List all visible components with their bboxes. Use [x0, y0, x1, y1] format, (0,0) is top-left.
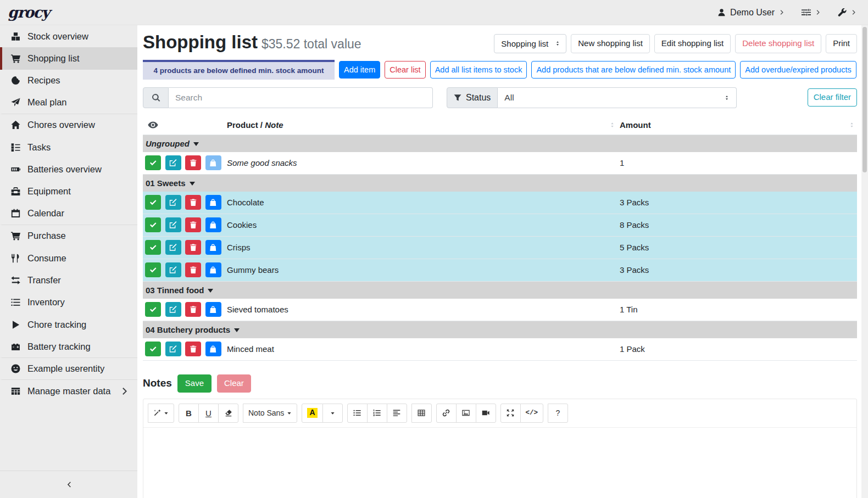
expand-icon: [507, 409, 514, 417]
sidebar-item-chores-overview[interactable]: Chores overview: [0, 114, 137, 136]
admin-menu[interactable]: [838, 8, 857, 17]
sidebar-item-inventory[interactable]: Inventory: [0, 292, 137, 314]
amount-column-header[interactable]: Amount: [620, 120, 651, 130]
magic-style-button[interactable]: [148, 404, 174, 423]
scrollbar[interactable]: [861, 25, 868, 498]
sidebar-item-equipment[interactable]: Equipment: [0, 181, 137, 203]
purchase-item-button[interactable]: [205, 217, 221, 232]
row-actions: [143, 240, 227, 255]
group-header-03-tinned-food[interactable]: 03 Tinned food: [143, 282, 857, 299]
purchase-item-button[interactable]: [205, 342, 221, 356]
add-item-button[interactable]: Add item: [339, 61, 380, 79]
edit-item-button[interactable]: [165, 195, 181, 210]
product-name: Crisps: [227, 243, 620, 252]
add-all-to-stock-button[interactable]: Add all list items to stock: [430, 61, 527, 79]
mark-done-button[interactable]: [145, 342, 161, 356]
sidebar-collapse-button[interactable]: [0, 471, 137, 498]
bold-button[interactable]: B: [179, 404, 199, 423]
list-ul-icon: [353, 409, 361, 417]
insert-link-button[interactable]: [436, 404, 457, 423]
scrollbar-thumb[interactable]: [863, 27, 867, 172]
sidebar-item-tasks[interactable]: Tasks: [0, 136, 137, 158]
user-menu[interactable]: Demo User: [717, 8, 785, 18]
status-filter-select[interactable]: All: [498, 87, 737, 108]
sidebar-item-batteries-overview[interactable]: Batteries overview: [0, 158, 137, 180]
edit-shopping-list-button[interactable]: Edit shopping list: [654, 34, 731, 53]
edit-item-button[interactable]: [165, 240, 181, 255]
insert-picture-button[interactable]: [456, 404, 476, 423]
mark-done-button[interactable]: [145, 262, 161, 277]
help-button[interactable]: ?: [548, 404, 568, 423]
underline-button[interactable]: U: [198, 404, 219, 423]
group-header-01-sweets[interactable]: 01 Sweets: [143, 175, 857, 192]
visibility-eye-icon[interactable]: [148, 120, 158, 130]
edit-item-button[interactable]: [165, 155, 181, 170]
delete-item-button[interactable]: [185, 240, 201, 255]
add-below-min-stock-button[interactable]: Add products that are below defined min.…: [531, 61, 736, 79]
print-button[interactable]: Print: [826, 34, 857, 53]
sidebar-item-example-userentity[interactable]: Example userentity: [0, 358, 137, 380]
delete-item-button[interactable]: [185, 155, 201, 170]
table-grid-icon: [418, 409, 425, 417]
mark-done-button[interactable]: [145, 240, 161, 255]
edit-item-button[interactable]: [165, 302, 181, 317]
delete-item-button[interactable]: [185, 217, 201, 232]
purchase-item-button[interactable]: [205, 302, 221, 317]
delete-item-button[interactable]: [185, 342, 201, 356]
highlight-color-caret-button[interactable]: [322, 404, 343, 423]
mark-done-button[interactable]: [145, 217, 161, 232]
new-shopping-list-button[interactable]: New shopping list: [571, 34, 650, 53]
sidebar-item-recipes[interactable]: Recipes: [0, 70, 137, 92]
sidebar-item-purchase[interactable]: Purchase: [0, 225, 137, 247]
edit-item-button[interactable]: [165, 262, 181, 277]
add-overdue-products-button[interactable]: Add overdue/expired products: [740, 61, 856, 79]
edit-item-button[interactable]: [165, 217, 181, 232]
sort-product-icon[interactable]: [609, 121, 615, 129]
grocy-logo[interactable]: grocy: [8, 4, 49, 21]
insert-table-button[interactable]: [411, 404, 432, 423]
sidebar-item-stock-overview[interactable]: Stock overview: [0, 25, 137, 47]
highlight-color-button[interactable]: A: [302, 404, 322, 423]
sidebar-item-consume[interactable]: Consume: [0, 247, 137, 269]
clear-filter-button[interactable]: Clear filter: [808, 88, 857, 107]
group-header-ungrouped[interactable]: Ungrouped: [143, 135, 857, 152]
min-stock-alert[interactable]: 4 products are below defined min. stock …: [143, 60, 335, 80]
sidebar-item-meal-plan[interactable]: Meal plan: [0, 92, 137, 114]
shopping-list-select[interactable]: Shopping list: [494, 34, 566, 53]
mark-done-button[interactable]: [145, 195, 161, 210]
delete-item-button[interactable]: [185, 262, 201, 277]
mark-done-button[interactable]: [145, 302, 161, 317]
clear-notes-button[interactable]: Clear: [217, 374, 251, 393]
delete-item-button[interactable]: [185, 302, 201, 317]
mark-done-button[interactable]: [145, 155, 161, 170]
font-name-button[interactable]: Noto Sans: [243, 404, 297, 423]
delete-shopping-list-button[interactable]: Delete shopping list: [735, 34, 821, 53]
sidebar-item-battery-tracking[interactable]: Battery tracking: [0, 335, 137, 357]
edit-item-button[interactable]: [165, 342, 181, 356]
fullscreen-button[interactable]: [500, 404, 521, 423]
purchase-item-button[interactable]: [205, 155, 221, 170]
sidebar-item-shopping-list[interactable]: Shopping list: [0, 47, 137, 69]
sidebar-item-calendar[interactable]: Calendar: [0, 203, 137, 225]
group-header-04-butchery-products[interactable]: 04 Butchery products: [143, 321, 857, 338]
clear-list-button[interactable]: Clear list: [385, 61, 425, 79]
delete-item-button[interactable]: [185, 195, 201, 210]
code-view-button[interactable]: </>: [520, 404, 544, 423]
notes-editor-area[interactable]: [143, 428, 856, 498]
purchase-item-button[interactable]: [205, 195, 221, 210]
sidebar-item-transfer[interactable]: Transfer: [0, 269, 137, 291]
ordered-list-button[interactable]: [367, 404, 387, 423]
sidebar-item-chore-tracking[interactable]: Chore tracking: [0, 314, 137, 335]
paragraph-style-button[interactable]: [387, 404, 407, 423]
sidebar-item-manage-master-data[interactable]: Manage master data: [0, 380, 137, 402]
product-column-header[interactable]: Product / Note: [227, 120, 283, 130]
insert-video-button[interactable]: [476, 404, 496, 423]
clear-format-button[interactable]: [218, 404, 238, 423]
purchase-item-button[interactable]: [205, 240, 221, 255]
unordered-list-button[interactable]: [347, 404, 368, 423]
save-notes-button[interactable]: Save: [177, 374, 212, 393]
settings-menu[interactable]: [802, 8, 821, 17]
search-input[interactable]: [169, 87, 433, 108]
sort-amount-icon[interactable]: [849, 121, 855, 129]
purchase-item-button[interactable]: [205, 262, 221, 277]
